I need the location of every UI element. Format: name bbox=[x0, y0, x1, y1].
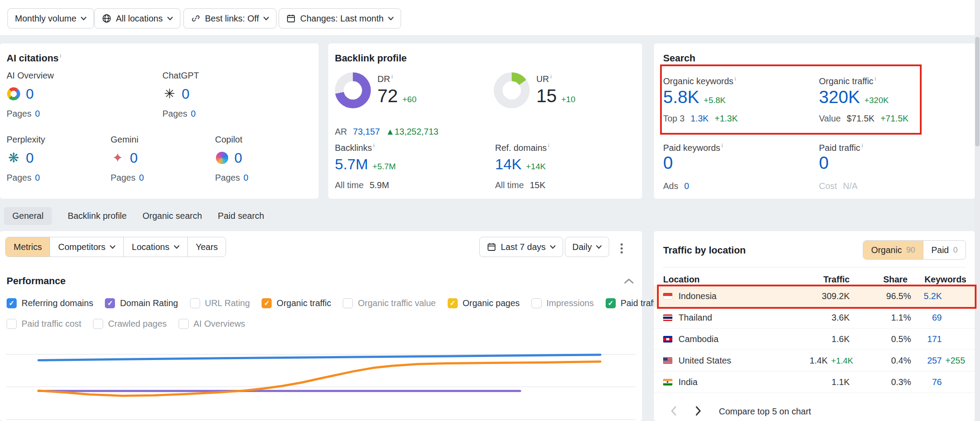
pages-count-link[interactable]: 0 bbox=[139, 173, 144, 182]
pages-count-link[interactable]: 0 bbox=[35, 173, 40, 182]
table-row-cambodia[interactable]: Cambodia 1.6K 0.5% 171 bbox=[654, 328, 975, 350]
checkbox-organic-pages[interactable]: ✓Organic pages bbox=[448, 298, 520, 308]
pages-count-link[interactable]: 0 bbox=[244, 173, 248, 182]
ar-value-link[interactable]: 73,157 bbox=[353, 127, 380, 136]
checkbox-paid-traffic-cost[interactable]: Paid traffic cost bbox=[7, 319, 81, 329]
checkbox-referring-domains[interactable]: ✓Referring domains bbox=[7, 298, 93, 308]
compare-top5-link[interactable]: Compare top 5 on chart bbox=[719, 407, 811, 417]
table-row-indonesia[interactable]: Indonesia 309.2K 96.5% 5.2K bbox=[654, 285, 975, 307]
tab-backlink-profile[interactable]: Backlink profile bbox=[68, 211, 127, 221]
table-row-thailand[interactable]: Thailand 3.6K 1.1% 69 bbox=[654, 307, 975, 328]
ai-overview-count[interactable]: 0 bbox=[26, 86, 34, 102]
keywords-link[interactable]: 171 bbox=[911, 334, 942, 344]
ur-delta: +10 bbox=[561, 95, 575, 104]
checkbox-organic-traffic-value[interactable]: Organic traffic value bbox=[343, 298, 436, 308]
tab-general[interactable]: General bbox=[4, 207, 52, 225]
checkbox-impressions[interactable]: Impressions bbox=[531, 298, 594, 308]
col-share[interactable]: Share bbox=[850, 275, 908, 285]
checkbox-paid-traffic[interactable]: ✓Paid traffic bbox=[606, 298, 662, 308]
locations-filter-label: All locations bbox=[116, 14, 163, 24]
checkbox-organic-traffic[interactable]: ✓Organic traffic bbox=[262, 298, 331, 308]
ads-count-link[interactable]: 0 bbox=[684, 181, 689, 191]
cost-line: Cost N/A bbox=[819, 181, 858, 191]
info-icon[interactable]: i bbox=[60, 53, 61, 59]
keywords-link[interactable]: 76 bbox=[911, 377, 942, 387]
segment-competitors[interactable]: Competitors bbox=[50, 237, 124, 257]
traffic-value-line: Value $71.5K +71.5K bbox=[819, 114, 908, 124]
ref-domains-value-link[interactable]: 14K bbox=[495, 156, 522, 172]
checkbox-icon bbox=[190, 298, 200, 308]
col-traffic[interactable]: Traffic bbox=[784, 275, 850, 285]
changes-filter[interactable]: Changes: Last month bbox=[279, 8, 401, 29]
pager-next-icon[interactable] bbox=[694, 405, 702, 417]
info-icon[interactable]: i bbox=[550, 73, 552, 80]
info-icon[interactable]: i bbox=[548, 142, 549, 149]
info-icon[interactable]: i bbox=[722, 142, 723, 149]
info-icon[interactable]: i bbox=[391, 73, 393, 80]
date-range-button[interactable]: Last 7 days bbox=[479, 237, 563, 257]
paid-keywords-value-link[interactable]: 0 bbox=[663, 153, 673, 172]
pager-prev-icon[interactable] bbox=[670, 405, 678, 417]
toggle-organic[interactable]: Organic 90 bbox=[863, 241, 923, 259]
chatgpt-count[interactable]: 0 bbox=[182, 86, 190, 102]
info-icon[interactable]: i bbox=[735, 75, 736, 82]
copilot-count[interactable]: 0 bbox=[234, 150, 242, 166]
pages-count-link[interactable]: 0 bbox=[191, 109, 196, 118]
col-keywords[interactable]: Keywords bbox=[908, 275, 966, 285]
checkbox-icon: ✓ bbox=[448, 298, 458, 308]
organic-count: 90 bbox=[906, 246, 915, 255]
ar-line: AR 73,157 ▲13,252,713 bbox=[335, 127, 438, 137]
gemini-count[interactable]: 0 bbox=[130, 150, 138, 166]
locations-filter[interactable]: All locations bbox=[94, 8, 180, 29]
checkbox-ai-overviews[interactable]: AI Overviews bbox=[179, 319, 245, 329]
keywords-link[interactable]: 5.2K bbox=[911, 291, 942, 301]
table-row-united-states[interactable]: United States 1.4K+1.4K 0.4% 257 +255 bbox=[654, 350, 975, 371]
best-links-label: Best links: Off bbox=[205, 14, 259, 24]
organic-traffic-value-link[interactable]: 320K bbox=[819, 87, 860, 107]
checkbox-url-rating[interactable]: URL Rating bbox=[190, 298, 250, 308]
dr-label: DR bbox=[377, 74, 390, 84]
col-location[interactable]: Location bbox=[663, 275, 784, 285]
tab-organic-search[interactable]: Organic search bbox=[143, 211, 202, 221]
link-icon bbox=[191, 14, 201, 23]
more-options-icon[interactable] bbox=[618, 241, 625, 256]
keywords-link[interactable]: 257 bbox=[911, 356, 942, 366]
info-icon[interactable]: i bbox=[862, 142, 863, 149]
collapse-section-icon[interactable] bbox=[623, 277, 635, 285]
top3-value-link[interactable]: 1.3K bbox=[691, 114, 709, 123]
backlinks-value-link[interactable]: 5.7M bbox=[335, 156, 368, 172]
flag-united-states-icon bbox=[663, 357, 672, 364]
pages-count-link[interactable]: 0 bbox=[35, 109, 40, 118]
gemini-icon: ✦ bbox=[111, 151, 125, 165]
dr-delta: +60 bbox=[402, 95, 416, 104]
flag-indonesia-icon bbox=[663, 293, 672, 300]
checkbox-domain-rating[interactable]: ✓Domain Rating bbox=[105, 298, 178, 308]
chart-mode-segments: Metrics Competitors Locations Years bbox=[5, 237, 226, 257]
ai-citations-title: AI citationsi bbox=[7, 53, 61, 64]
ur-value: 15 bbox=[536, 86, 557, 106]
segment-metrics[interactable]: Metrics bbox=[6, 237, 50, 257]
organic-keywords-value-link[interactable]: 5.8K bbox=[663, 87, 699, 107]
backlinks-delta: +5.7M bbox=[373, 162, 396, 171]
toggle-paid[interactable]: Paid 0 bbox=[923, 241, 966, 259]
table-row-india[interactable]: India 1.1K 0.3% 76 bbox=[654, 371, 975, 393]
perplexity-count[interactable]: 0 bbox=[26, 150, 34, 166]
scrollbar-thumb[interactable] bbox=[975, 37, 980, 146]
granularity-button[interactable]: Daily bbox=[565, 237, 609, 257]
copilot-icon bbox=[215, 151, 229, 165]
calendar-icon bbox=[487, 242, 496, 252]
segment-locations[interactable]: Locations bbox=[124, 237, 188, 257]
tab-paid-search[interactable]: Paid search bbox=[218, 211, 264, 221]
ref-domains-label: Ref. domains bbox=[495, 143, 547, 153]
page-scrollbar bbox=[975, 0, 980, 421]
monthly-volume-filter[interactable]: Monthly volume bbox=[7, 8, 94, 29]
keywords-link[interactable]: 69 bbox=[911, 313, 942, 323]
checkbox-crawled-pages[interactable]: Crawled pages bbox=[93, 319, 166, 329]
segment-years[interactable]: Years bbox=[188, 237, 226, 257]
info-icon[interactable]: i bbox=[373, 142, 374, 149]
paid-traffic-value-link[interactable]: 0 bbox=[819, 153, 829, 172]
info-icon[interactable]: i bbox=[875, 75, 876, 82]
metric-checkbox-row-1: ✓Referring domains ✓Domain Rating URL Ra… bbox=[7, 296, 662, 310]
top3-line: Top 3 1.3K +1.3K bbox=[663, 114, 738, 124]
best-links-filter[interactable]: Best links: Off bbox=[183, 8, 276, 29]
